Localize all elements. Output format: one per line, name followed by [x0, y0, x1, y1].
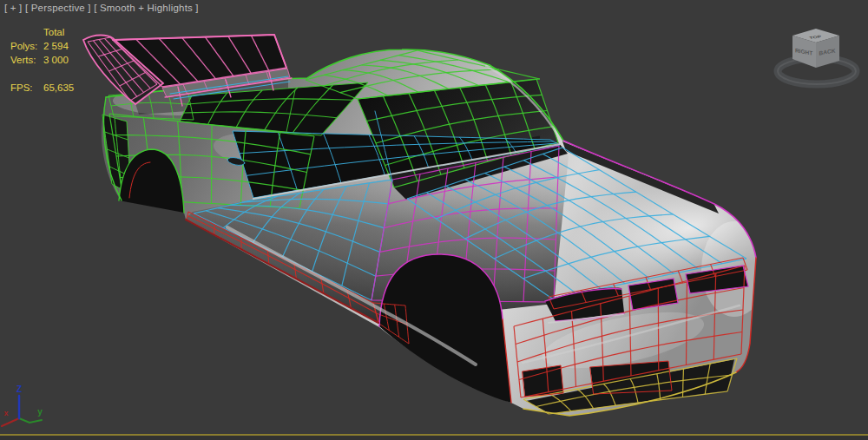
viewport-label-menu[interactable]: [ + ] [ Perspective ] [ Smooth + Highlig… [4, 3, 199, 13]
x-axis-label: x [3, 409, 8, 417]
stats-polys-label: Polys: [10, 41, 37, 51]
stats-total-header: Total [43, 27, 64, 37]
stats-fps-label: FPS: [10, 82, 33, 93]
car-model [83, 35, 825, 416]
viewport[interactable]: [ + ] [ Perspective ] [ Smooth + Highlig… [0, 0, 868, 440]
stats-verts-label: Verts: [10, 55, 36, 65]
stats-verts-value: 3 000 [43, 55, 69, 65]
y-axis [19, 418, 42, 423]
viewport-canvas[interactable]: TOP RIGHT BACK Z y x [0, 0, 868, 440]
viewcube[interactable]: TOP RIGHT BACK [778, 29, 856, 84]
x-axis [2, 418, 19, 426]
stats-fps-value: 65,635 [43, 82, 74, 93]
active-viewport-border [0, 434, 868, 440]
z-axis-label: Z [16, 384, 22, 394]
world-axis-gizmo: Z y x [2, 384, 43, 426]
y-axis-label: y [37, 407, 43, 417]
stats-polys-value: 2 594 [43, 41, 69, 51]
